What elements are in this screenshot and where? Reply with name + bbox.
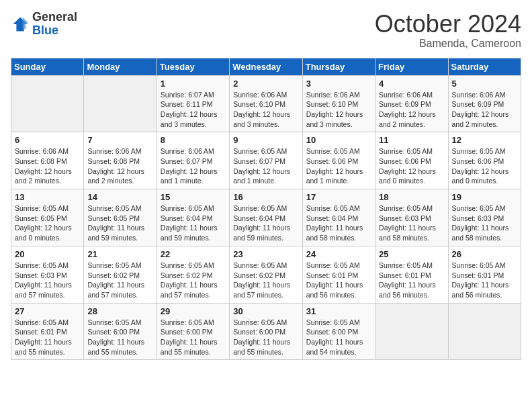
day-number: 18 xyxy=(379,192,444,202)
day-info: Sunrise: 6:06 AM Sunset: 6:07 PM Dayligh… xyxy=(161,146,226,186)
calendar-cell: 12Sunrise: 6:05 AM Sunset: 6:06 PM Dayli… xyxy=(448,132,521,189)
calendar-cell: 21Sunrise: 6:05 AM Sunset: 6:02 PM Dayli… xyxy=(84,246,157,303)
day-info: Sunrise: 6:05 AM Sunset: 6:03 PM Dayligh… xyxy=(452,203,517,243)
day-info: Sunrise: 6:05 AM Sunset: 6:02 PM Dayligh… xyxy=(161,261,226,300)
day-number: 28 xyxy=(87,306,152,316)
day-info: Sunrise: 6:05 AM Sunset: 6:04 PM Dayligh… xyxy=(233,203,298,243)
day-info: Sunrise: 6:05 AM Sunset: 6:00 PM Dayligh… xyxy=(233,318,298,357)
day-number: 3 xyxy=(306,79,371,89)
day-info: Sunrise: 6:06 AM Sunset: 6:08 PM Dayligh… xyxy=(87,146,152,186)
calendar-cell: 4Sunrise: 6:06 AM Sunset: 6:09 PM Daylig… xyxy=(375,75,448,132)
day-number: 26 xyxy=(452,249,517,259)
logo-icon xyxy=(11,15,30,34)
calendar-week-5: 27Sunrise: 6:05 AM Sunset: 6:01 PM Dayli… xyxy=(11,303,521,360)
weekday-header-tuesday: Tuesday xyxy=(157,58,229,75)
day-info: Sunrise: 6:05 AM Sunset: 6:04 PM Dayligh… xyxy=(161,203,226,243)
weekday-header-wednesday: Wednesday xyxy=(230,58,302,75)
calendar-cell xyxy=(84,75,157,132)
day-number: 8 xyxy=(161,135,226,145)
calendar-cell: 5Sunrise: 6:06 AM Sunset: 6:09 PM Daylig… xyxy=(448,75,521,132)
day-info: Sunrise: 6:05 AM Sunset: 6:03 PM Dayligh… xyxy=(15,261,80,300)
logo-text: General Blue xyxy=(32,11,77,38)
calendar-cell: 18Sunrise: 6:05 AM Sunset: 6:03 PM Dayli… xyxy=(375,189,448,246)
day-info: Sunrise: 6:05 AM Sunset: 6:01 PM Dayligh… xyxy=(15,318,80,357)
calendar-cell xyxy=(11,75,84,132)
logo: General Blue xyxy=(11,11,77,38)
calendar-cell: 9Sunrise: 6:05 AM Sunset: 6:07 PM Daylig… xyxy=(230,132,302,189)
weekday-header-sunday: Sunday xyxy=(11,58,84,75)
day-info: Sunrise: 6:07 AM Sunset: 6:11 PM Dayligh… xyxy=(161,90,226,130)
day-info: Sunrise: 6:05 AM Sunset: 6:06 PM Dayligh… xyxy=(306,146,371,186)
weekday-header-thursday: Thursday xyxy=(302,58,375,75)
location-subtitle: Bamenda, Cameroon xyxy=(375,38,521,50)
day-number: 11 xyxy=(379,135,444,145)
day-number: 29 xyxy=(161,306,226,316)
day-info: Sunrise: 6:06 AM Sunset: 6:09 PM Dayligh… xyxy=(452,90,517,130)
calendar-cell: 17Sunrise: 6:05 AM Sunset: 6:04 PM Dayli… xyxy=(302,189,375,246)
calendar-cell: 25Sunrise: 6:05 AM Sunset: 6:01 PM Dayli… xyxy=(375,246,448,303)
day-number: 25 xyxy=(379,249,444,259)
day-number: 10 xyxy=(306,135,371,145)
day-number: 21 xyxy=(87,249,152,259)
calendar-table: SundayMondayTuesdayWednesdayThursdayFrid… xyxy=(11,58,521,361)
title-block: October 2024 Bamenda, Cameroon xyxy=(375,11,521,50)
calendar-cell: 27Sunrise: 6:05 AM Sunset: 6:01 PM Dayli… xyxy=(11,303,84,360)
day-number: 6 xyxy=(15,135,80,145)
day-number: 9 xyxy=(233,135,298,145)
day-number: 15 xyxy=(161,192,226,202)
weekday-header-saturday: Saturday xyxy=(448,58,521,75)
day-info: Sunrise: 6:05 AM Sunset: 6:06 PM Dayligh… xyxy=(452,146,517,186)
day-info: Sunrise: 6:05 AM Sunset: 6:05 PM Dayligh… xyxy=(87,203,152,243)
calendar-week-2: 6Sunrise: 6:06 AM Sunset: 6:08 PM Daylig… xyxy=(11,132,521,189)
day-number: 12 xyxy=(452,135,517,145)
calendar-cell: 26Sunrise: 6:05 AM Sunset: 6:01 PM Dayli… xyxy=(448,246,521,303)
calendar-cell: 29Sunrise: 6:05 AM Sunset: 6:00 PM Dayli… xyxy=(157,303,229,360)
weekday-header-monday: Monday xyxy=(84,58,157,75)
calendar-header: SundayMondayTuesdayWednesdayThursdayFrid… xyxy=(11,58,521,75)
day-number: 20 xyxy=(15,249,80,259)
day-info: Sunrise: 6:06 AM Sunset: 6:10 PM Dayligh… xyxy=(233,90,298,130)
day-info: Sunrise: 6:05 AM Sunset: 6:01 PM Dayligh… xyxy=(306,261,371,300)
day-number: 27 xyxy=(15,306,80,316)
day-number: 4 xyxy=(379,79,444,89)
day-info: Sunrise: 6:05 AM Sunset: 6:01 PM Dayligh… xyxy=(379,261,444,300)
calendar-cell: 7Sunrise: 6:06 AM Sunset: 6:08 PM Daylig… xyxy=(84,132,157,189)
day-number: 5 xyxy=(452,79,517,89)
calendar-cell: 8Sunrise: 6:06 AM Sunset: 6:07 PM Daylig… xyxy=(157,132,229,189)
day-number: 7 xyxy=(87,135,152,145)
day-info: Sunrise: 6:05 AM Sunset: 6:02 PM Dayligh… xyxy=(87,261,152,300)
svg-marker-1 xyxy=(23,17,29,29)
day-number: 16 xyxy=(233,192,298,202)
day-info: Sunrise: 6:05 AM Sunset: 6:00 PM Dayligh… xyxy=(306,318,371,357)
calendar-cell: 15Sunrise: 6:05 AM Sunset: 6:04 PM Dayli… xyxy=(157,189,229,246)
logo-blue: Blue xyxy=(32,24,77,38)
day-info: Sunrise: 6:05 AM Sunset: 6:05 PM Dayligh… xyxy=(15,203,80,243)
calendar-cell: 2Sunrise: 6:06 AM Sunset: 6:10 PM Daylig… xyxy=(230,75,302,132)
day-number: 19 xyxy=(452,192,517,202)
calendar-cell: 19Sunrise: 6:05 AM Sunset: 6:03 PM Dayli… xyxy=(448,189,521,246)
day-info: Sunrise: 6:05 AM Sunset: 6:07 PM Dayligh… xyxy=(233,146,298,186)
day-info: Sunrise: 6:05 AM Sunset: 6:01 PM Dayligh… xyxy=(452,261,517,300)
calendar-cell: 6Sunrise: 6:06 AM Sunset: 6:08 PM Daylig… xyxy=(11,132,84,189)
day-info: Sunrise: 6:05 AM Sunset: 6:00 PM Dayligh… xyxy=(161,318,226,357)
day-number: 17 xyxy=(306,192,371,202)
calendar-cell: 10Sunrise: 6:05 AM Sunset: 6:06 PM Dayli… xyxy=(302,132,375,189)
calendar-cell: 24Sunrise: 6:05 AM Sunset: 6:01 PM Dayli… xyxy=(302,246,375,303)
calendar-cell: 30Sunrise: 6:05 AM Sunset: 6:00 PM Dayli… xyxy=(230,303,302,360)
calendar-week-3: 13Sunrise: 6:05 AM Sunset: 6:05 PM Dayli… xyxy=(11,189,521,246)
day-info: Sunrise: 6:05 AM Sunset: 6:04 PM Dayligh… xyxy=(306,203,371,243)
calendar-cell: 16Sunrise: 6:05 AM Sunset: 6:04 PM Dayli… xyxy=(230,189,302,246)
calendar-cell xyxy=(375,303,448,360)
calendar-cell: 11Sunrise: 6:05 AM Sunset: 6:06 PM Dayli… xyxy=(375,132,448,189)
day-info: Sunrise: 6:05 AM Sunset: 6:02 PM Dayligh… xyxy=(233,261,298,300)
day-number: 23 xyxy=(233,249,298,259)
day-number: 14 xyxy=(87,192,152,202)
calendar-cell: 22Sunrise: 6:05 AM Sunset: 6:02 PM Dayli… xyxy=(157,246,229,303)
page-header: General Blue October 2024 Bamenda, Camer… xyxy=(11,11,521,50)
calendar-cell: 13Sunrise: 6:05 AM Sunset: 6:05 PM Dayli… xyxy=(11,189,84,246)
weekday-header-friday: Friday xyxy=(375,58,448,75)
day-info: Sunrise: 6:05 AM Sunset: 6:06 PM Dayligh… xyxy=(379,146,444,186)
month-title: October 2024 xyxy=(375,11,521,38)
day-info: Sunrise: 6:06 AM Sunset: 6:09 PM Dayligh… xyxy=(379,90,444,130)
day-number: 2 xyxy=(233,79,298,89)
